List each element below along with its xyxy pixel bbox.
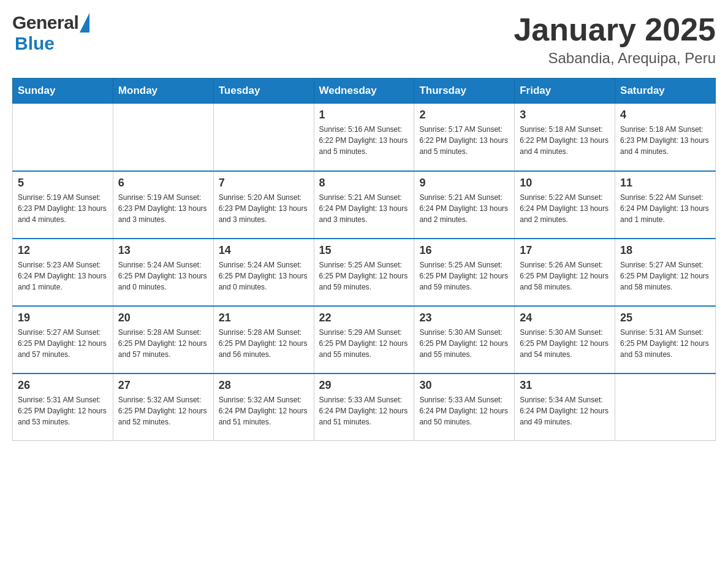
day-info: Sunrise: 5:16 AM Sunset: 6:22 PM Dayligh… xyxy=(319,124,409,157)
calendar-cell: 3Sunrise: 5:18 AM Sunset: 6:22 PM Daylig… xyxy=(515,104,615,171)
calendar-cell: 1Sunrise: 5:16 AM Sunset: 6:22 PM Daylig… xyxy=(314,104,414,171)
calendar-cell: 18Sunrise: 5:27 AM Sunset: 6:25 PM Dayli… xyxy=(615,239,716,306)
calendar-cell: 19Sunrise: 5:27 AM Sunset: 6:25 PM Dayli… xyxy=(13,306,113,373)
page-header: General Blue January 2025 Sabandia, Areq… xyxy=(12,12,716,67)
calendar-body: 1Sunrise: 5:16 AM Sunset: 6:22 PM Daylig… xyxy=(13,104,716,441)
day-number: 16 xyxy=(419,244,509,257)
calendar-cell: 30Sunrise: 5:33 AM Sunset: 6:24 PM Dayli… xyxy=(414,373,515,441)
day-number: 7 xyxy=(219,177,309,190)
calendar-title: January 2025 xyxy=(514,12,716,47)
day-of-week-thursday: Thursday xyxy=(414,79,515,104)
calendar-cell: 21Sunrise: 5:28 AM Sunset: 6:25 PM Dayli… xyxy=(213,306,314,373)
day-number: 9 xyxy=(419,177,509,190)
day-number: 19 xyxy=(18,312,108,324)
calendar-cell: 13Sunrise: 5:24 AM Sunset: 6:25 PM Dayli… xyxy=(113,239,213,306)
calendar-cell: 10Sunrise: 5:22 AM Sunset: 6:24 PM Dayli… xyxy=(515,171,615,239)
day-number: 3 xyxy=(520,109,610,121)
day-number: 31 xyxy=(520,379,610,392)
day-number: 20 xyxy=(118,312,208,324)
day-number: 1 xyxy=(319,109,409,121)
calendar-cell: 22Sunrise: 5:29 AM Sunset: 6:25 PM Dayli… xyxy=(314,306,414,373)
day-number: 5 xyxy=(18,177,108,190)
day-info: Sunrise: 5:21 AM Sunset: 6:24 PM Dayligh… xyxy=(319,192,409,225)
calendar-cell: 25Sunrise: 5:31 AM Sunset: 6:25 PM Dayli… xyxy=(615,306,716,373)
day-of-week-friday: Friday xyxy=(515,79,615,104)
day-info: Sunrise: 5:33 AM Sunset: 6:24 PM Dayligh… xyxy=(319,394,409,427)
day-info: Sunrise: 5:24 AM Sunset: 6:25 PM Dayligh… xyxy=(219,259,309,293)
day-of-week-monday: Monday xyxy=(113,79,213,104)
calendar-cell xyxy=(213,104,314,171)
day-info: Sunrise: 5:22 AM Sunset: 6:24 PM Dayligh… xyxy=(520,192,610,225)
day-info: Sunrise: 5:17 AM Sunset: 6:22 PM Dayligh… xyxy=(419,124,509,157)
calendar-table: SundayMondayTuesdayWednesdayThursdayFrid… xyxy=(12,78,716,441)
day-number: 27 xyxy=(118,379,208,392)
title-block: January 2025 Sabandia, Arequipa, Peru xyxy=(514,12,716,67)
calendar-subtitle: Sabandia, Arequipa, Peru xyxy=(514,50,716,67)
day-number: 22 xyxy=(319,312,409,324)
day-of-week-tuesday: Tuesday xyxy=(213,79,314,104)
day-number: 17 xyxy=(520,244,610,257)
day-info: Sunrise: 5:26 AM Sunset: 6:25 PM Dayligh… xyxy=(520,259,610,293)
calendar-cell: 8Sunrise: 5:21 AM Sunset: 6:24 PM Daylig… xyxy=(314,171,414,239)
calendar-cell: 7Sunrise: 5:20 AM Sunset: 6:23 PM Daylig… xyxy=(213,171,314,239)
day-info: Sunrise: 5:32 AM Sunset: 6:24 PM Dayligh… xyxy=(219,394,309,427)
calendar-cell: 12Sunrise: 5:23 AM Sunset: 6:24 PM Dayli… xyxy=(13,239,113,306)
day-number: 11 xyxy=(620,177,710,190)
week-row-3: 12Sunrise: 5:23 AM Sunset: 6:24 PM Dayli… xyxy=(13,239,716,306)
day-info: Sunrise: 5:28 AM Sunset: 6:25 PM Dayligh… xyxy=(219,327,309,360)
day-info: Sunrise: 5:23 AM Sunset: 6:24 PM Dayligh… xyxy=(18,259,108,293)
day-info: Sunrise: 5:22 AM Sunset: 6:24 PM Dayligh… xyxy=(620,192,710,225)
day-info: Sunrise: 5:30 AM Sunset: 6:25 PM Dayligh… xyxy=(419,327,509,360)
calendar-cell: 15Sunrise: 5:25 AM Sunset: 6:25 PM Dayli… xyxy=(314,239,414,306)
day-info: Sunrise: 5:28 AM Sunset: 6:25 PM Dayligh… xyxy=(118,327,208,360)
day-of-week-sunday: Sunday xyxy=(13,79,113,104)
calendar-cell xyxy=(113,104,213,171)
day-info: Sunrise: 5:20 AM Sunset: 6:23 PM Dayligh… xyxy=(219,192,309,225)
calendar-cell: 9Sunrise: 5:21 AM Sunset: 6:24 PM Daylig… xyxy=(414,171,515,239)
day-info: Sunrise: 5:21 AM Sunset: 6:24 PM Dayligh… xyxy=(419,192,509,225)
day-number: 25 xyxy=(620,312,710,324)
week-row-4: 19Sunrise: 5:27 AM Sunset: 6:25 PM Dayli… xyxy=(13,306,716,373)
day-of-week-saturday: Saturday xyxy=(615,79,716,104)
calendar-cell: 26Sunrise: 5:31 AM Sunset: 6:25 PM Dayli… xyxy=(13,373,113,441)
calendar-cell: 4Sunrise: 5:18 AM Sunset: 6:23 PM Daylig… xyxy=(615,104,716,171)
logo-triangle-icon xyxy=(80,13,89,33)
logo-blue-text: Blue xyxy=(15,33,55,53)
calendar-cell: 24Sunrise: 5:30 AM Sunset: 6:25 PM Dayli… xyxy=(515,306,615,373)
calendar-cell xyxy=(13,104,113,171)
calendar-cell: 23Sunrise: 5:30 AM Sunset: 6:25 PM Dayli… xyxy=(414,306,515,373)
calendar-cell: 5Sunrise: 5:19 AM Sunset: 6:23 PM Daylig… xyxy=(13,171,113,239)
week-row-2: 5Sunrise: 5:19 AM Sunset: 6:23 PM Daylig… xyxy=(13,171,716,239)
calendar-cell: 6Sunrise: 5:19 AM Sunset: 6:23 PM Daylig… xyxy=(113,171,213,239)
day-number: 14 xyxy=(219,244,309,257)
day-number: 4 xyxy=(620,109,710,121)
day-number: 12 xyxy=(18,244,108,257)
logo: General Blue xyxy=(12,12,89,54)
day-info: Sunrise: 5:31 AM Sunset: 6:25 PM Dayligh… xyxy=(18,394,108,427)
day-number: 21 xyxy=(219,312,309,324)
day-number: 2 xyxy=(419,109,509,121)
day-info: Sunrise: 5:25 AM Sunset: 6:25 PM Dayligh… xyxy=(419,259,509,293)
days-of-week-row: SundayMondayTuesdayWednesdayThursdayFrid… xyxy=(13,79,716,104)
calendar-cell: 11Sunrise: 5:22 AM Sunset: 6:24 PM Dayli… xyxy=(615,171,716,239)
logo-general-text: General xyxy=(12,12,78,33)
day-info: Sunrise: 5:32 AM Sunset: 6:25 PM Dayligh… xyxy=(118,394,208,427)
calendar-cell: 16Sunrise: 5:25 AM Sunset: 6:25 PM Dayli… xyxy=(414,239,515,306)
day-info: Sunrise: 5:30 AM Sunset: 6:25 PM Dayligh… xyxy=(520,327,610,360)
day-number: 28 xyxy=(219,379,309,392)
calendar-cell: 2Sunrise: 5:17 AM Sunset: 6:22 PM Daylig… xyxy=(414,104,515,171)
day-number: 13 xyxy=(118,244,208,257)
day-number: 29 xyxy=(319,379,409,392)
calendar-cell xyxy=(615,373,716,441)
week-row-5: 26Sunrise: 5:31 AM Sunset: 6:25 PM Dayli… xyxy=(13,373,716,441)
calendar-cell: 27Sunrise: 5:32 AM Sunset: 6:25 PM Dayli… xyxy=(113,373,213,441)
calendar-cell: 31Sunrise: 5:34 AM Sunset: 6:24 PM Dayli… xyxy=(515,373,615,441)
calendar-cell: 14Sunrise: 5:24 AM Sunset: 6:25 PM Dayli… xyxy=(213,239,314,306)
day-number: 30 xyxy=(419,379,509,392)
day-info: Sunrise: 5:27 AM Sunset: 6:25 PM Dayligh… xyxy=(620,259,710,293)
day-info: Sunrise: 5:18 AM Sunset: 6:23 PM Dayligh… xyxy=(620,124,710,157)
week-row-1: 1Sunrise: 5:16 AM Sunset: 6:22 PM Daylig… xyxy=(13,104,716,171)
day-info: Sunrise: 5:24 AM Sunset: 6:25 PM Dayligh… xyxy=(118,259,208,293)
day-number: 24 xyxy=(520,312,610,324)
day-number: 23 xyxy=(419,312,509,324)
